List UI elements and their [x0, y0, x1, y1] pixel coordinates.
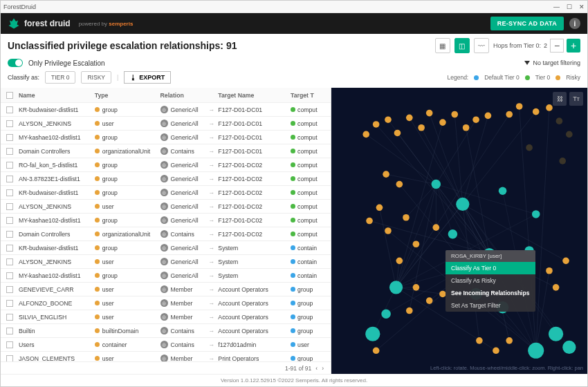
- table-row[interactable]: AN-3.87823E1-distlist1group◎GenericAll→F…: [1, 172, 331, 186]
- svg-point-87: [432, 224, 439, 231]
- row-checkbox[interactable]: [6, 355, 13, 362]
- row-checkbox[interactable]: [6, 162, 13, 169]
- classify-risky-button[interactable]: RISKY: [81, 71, 111, 84]
- row-checkbox[interactable]: [6, 245, 13, 252]
- graph-text-icon[interactable]: Tт: [569, 92, 583, 106]
- arrow-icon: →: [208, 189, 218, 196]
- row-target-name: f127d01admin: [218, 341, 291, 348]
- row-checkbox[interactable]: [6, 106, 13, 113]
- row-checkbox[interactable]: [6, 286, 13, 293]
- svg-point-72: [463, 124, 470, 131]
- table-row[interactable]: Userscontainer◎Contains→f127d01adminuser: [1, 338, 331, 352]
- type-dot-icon: [95, 149, 100, 153]
- table-row[interactable]: BuiltinbuiltinDomain◎Contains→Account Op…: [1, 324, 331, 338]
- ctx-classify-tier0[interactable]: Classify As Tier 0: [445, 262, 535, 274]
- table-row[interactable]: MY-kashae102-distlist1group◎GenericAll→S…: [1, 269, 331, 283]
- close-icon[interactable]: ✕: [579, 3, 585, 10]
- ctx-classify-risky[interactable]: Classify As Risky: [445, 274, 535, 287]
- row-target-name: F127-D01-DC02: [218, 231, 291, 238]
- info-icon[interactable]: i: [569, 18, 580, 29]
- table-row[interactable]: KR-budwaiser-distlist1group◎GenericAll→F…: [1, 103, 331, 117]
- target-dot-icon: [291, 259, 295, 264]
- col-type[interactable]: Type: [95, 92, 160, 99]
- table-row[interactable]: ALYSON_JENKINSuser◎GenericAll→Systemcont…: [1, 255, 331, 269]
- row-target-name: Account Operators: [218, 314, 291, 321]
- svg-point-81: [376, 204, 383, 211]
- table-row[interactable]: KR-budwaiser-distlist1group◎GenericAll→S…: [1, 241, 331, 255]
- table-row[interactable]: RO-fal_kon_5-distlist1group◎GenericAll→F…: [1, 158, 331, 172]
- graph-view-icon[interactable]: 〰: [474, 38, 489, 53]
- col-target-type[interactable]: Target T: [291, 92, 325, 99]
- table-row[interactable]: JASON_CLEMENTSuser◎Member→Print Operator…: [1, 352, 331, 361]
- col-target-name[interactable]: Target Name: [218, 92, 291, 99]
- svg-point-99: [432, 180, 441, 189]
- grid-view-icon[interactable]: ▦: [435, 38, 450, 53]
- footer-version: Version 1.0.122.52915 ©2022 Semperis. Al…: [1, 374, 587, 386]
- table-row[interactable]: KR-budwaiser-distlist1group◎GenericAll→F…: [1, 186, 331, 200]
- ctx-incoming-rel[interactable]: See Incoming Relationships: [445, 287, 535, 299]
- hops-minus-button[interactable]: −: [550, 39, 564, 53]
- page-prev-icon[interactable]: ‹: [315, 365, 318, 372]
- svg-point-95: [476, 337, 483, 344]
- type-dot-icon: [95, 342, 100, 347]
- row-target-type: group: [297, 328, 313, 334]
- row-target-type: comput: [297, 162, 318, 169]
- export-button[interactable]: ⭳EXPORT: [124, 71, 171, 84]
- svg-point-108: [499, 187, 507, 195]
- hops-plus-button[interactable]: +: [567, 39, 580, 53]
- row-target-name: Print Operators: [218, 355, 291, 362]
- svg-line-52: [436, 185, 535, 214]
- row-checkbox[interactable]: [6, 134, 13, 141]
- minimize-icon[interactable]: —: [553, 3, 560, 10]
- table-row[interactable]: MY-kashae102-distlist1group◎GenericAll→F…: [1, 131, 331, 144]
- row-checkbox[interactable]: [6, 217, 13, 224]
- table-row[interactable]: ALYSON_JENKINSuser◎GenericAll→F127-D01-D…: [1, 117, 331, 131]
- row-checkbox[interactable]: [6, 328, 13, 334]
- table-row[interactable]: ALYSON_JENKINSuser◎GenericAll→F127-D01-D…: [1, 200, 331, 214]
- classify-tier0-button[interactable]: TIER 0: [45, 71, 75, 84]
- select-all-checkbox[interactable]: [6, 92, 13, 99]
- row-checkbox[interactable]: [6, 231, 13, 238]
- row-type: group: [102, 162, 118, 169]
- page-next-icon[interactable]: ›: [322, 365, 324, 372]
- maximize-icon[interactable]: ☐: [567, 3, 572, 10]
- relation-icon: ◎: [160, 327, 168, 334]
- table-row[interactable]: GENEVIEVE_CARRuser◎Member→Account Operat…: [1, 283, 331, 296]
- table-row[interactable]: Domain ControllersorganizationalUnit◎Con…: [1, 227, 331, 241]
- row-checkbox[interactable]: [6, 148, 13, 155]
- relation-icon: ◎: [160, 202, 168, 210]
- col-name[interactable]: Name: [19, 92, 95, 99]
- row-checkbox[interactable]: [6, 341, 13, 348]
- resync-button[interactable]: RE-SYNC AD DATA: [490, 17, 564, 30]
- only-pe-toggle[interactable]: [8, 59, 23, 67]
- table-row[interactable]: MY-kashae102-distlist1group◎GenericAll→F…: [1, 214, 331, 227]
- row-checkbox[interactable]: [6, 272, 13, 279]
- row-checkbox[interactable]: [6, 300, 13, 307]
- ctx-set-target-filter[interactable]: Set As Target Filter: [445, 299, 535, 312]
- row-checkbox[interactable]: [6, 258, 13, 265]
- relation-icon: ◎: [160, 244, 168, 252]
- type-dot-icon: [95, 273, 100, 278]
- row-checkbox[interactable]: [6, 176, 13, 182]
- graph-link-icon[interactable]: ⛓: [553, 92, 567, 106]
- target-dot-icon: [291, 342, 295, 347]
- row-checkbox[interactable]: [6, 189, 13, 196]
- relation-icon: ◎: [160, 161, 168, 169]
- row-checkbox[interactable]: [6, 120, 13, 127]
- graph-panel[interactable]: ⛓ Tт ROSA_KIRBY [user] Classify As Tier …: [331, 88, 587, 374]
- table-row[interactable]: Domain ControllersorganizationalUnit◎Con…: [1, 144, 331, 158]
- split-view-icon[interactable]: ◫: [454, 38, 470, 53]
- only-pe-label: Only Privilege Escalation: [28, 59, 105, 67]
- row-name: JASON_CLEMENTS: [19, 355, 95, 362]
- no-target-filter-label[interactable]: No target filtering: [533, 59, 580, 66]
- row-checkbox[interactable]: [6, 314, 13, 321]
- row-name: KR-budwaiser-distlist1: [19, 189, 95, 196]
- table-row[interactable]: SILVIA_ENGLISHuser◎Member→Account Operat…: [1, 310, 331, 324]
- table-row[interactable]: ALFONZO_BOONEuser◎Member→Account Operato…: [1, 296, 331, 310]
- svg-point-113: [562, 341, 576, 354]
- row-checkbox[interactable]: [6, 203, 13, 210]
- svg-point-93: [506, 337, 513, 344]
- col-relation[interactable]: Relation: [160, 92, 209, 99]
- arrow-icon: →: [208, 245, 218, 252]
- svg-point-83: [385, 227, 392, 234]
